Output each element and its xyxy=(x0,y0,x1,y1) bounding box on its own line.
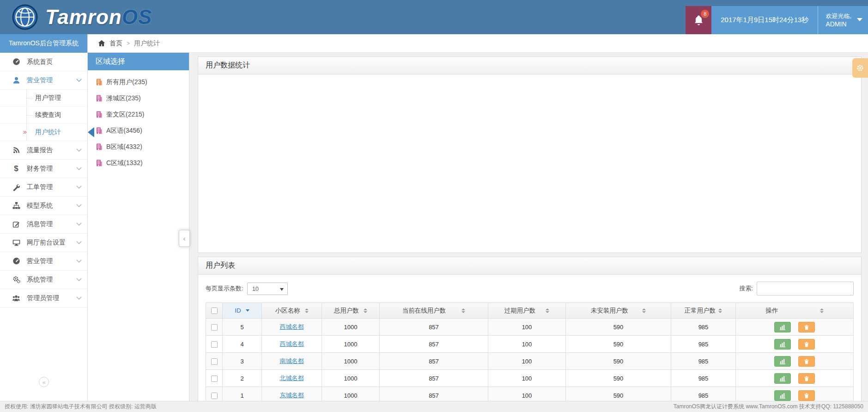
sidebar-item-portal-settings[interactable]: 网厅前台设置 xyxy=(0,234,87,252)
row-checkbox[interactable] xyxy=(211,375,218,382)
active-indicator-icon: » xyxy=(23,128,27,135)
sidebar-subitem-user-stats[interactable]: » 用户统计 xyxy=(0,124,87,141)
column-header-expired[interactable]: 过期用户数 xyxy=(488,303,566,319)
per-page-label: 每页显示条数: xyxy=(206,284,243,293)
cell-uninstalled: 590 xyxy=(566,319,671,336)
row-checkbox[interactable] xyxy=(211,358,218,365)
sidebar-item-finance[interactable]: $ 财务管理 xyxy=(0,160,87,178)
region-item-b[interactable]: B区域(4332) xyxy=(88,139,189,155)
row-checkbox[interactable] xyxy=(211,341,218,348)
region-item-weicheng[interactable]: 潍城区(235) xyxy=(88,90,189,106)
double-chevron-left-icon: « xyxy=(42,379,45,386)
region-item-c[interactable]: C区域(1332) xyxy=(88,155,189,171)
chevron-down-icon xyxy=(280,288,284,291)
chart-button[interactable] xyxy=(774,373,791,384)
search-input[interactable] xyxy=(757,282,854,295)
active-item-arrow xyxy=(88,127,94,137)
cell-normal: 985 xyxy=(671,370,736,387)
settings-button[interactable] xyxy=(852,58,868,78)
cell-expired: 100 xyxy=(488,336,566,353)
sidebar: TamronOS后台管理系统 系统首页 营业管理 用户管理 续费查询 » 用户统… xyxy=(0,34,88,401)
welcome-text: 欢迎光临, xyxy=(826,12,851,20)
dollar-icon: $ xyxy=(11,164,21,173)
column-header-uninstalled[interactable]: 未安装用户数 xyxy=(566,303,671,319)
sidebar-item-business-2[interactable]: 营业管理 xyxy=(0,252,87,271)
select-all-checkbox[interactable] xyxy=(211,307,218,314)
column-header-online[interactable]: 当前在线用户数 xyxy=(380,303,488,319)
sidebar-item-messages[interactable]: 消息管理 xyxy=(0,215,87,234)
row-checkbox[interactable] xyxy=(211,324,218,331)
notifications-button[interactable]: 8 xyxy=(686,6,711,34)
delete-button[interactable] xyxy=(798,373,815,384)
community-link[interactable]: 南城名都 xyxy=(280,357,304,364)
sort-icon xyxy=(461,308,465,313)
brand-text: TamronOS xyxy=(45,6,152,29)
region-item-a[interactable]: A区语(3456) xyxy=(88,123,189,139)
chevron-down-icon xyxy=(76,202,81,207)
cell-total: 1000 xyxy=(322,370,380,387)
stats-chart-area xyxy=(198,74,861,252)
cell-uninstalled: 590 xyxy=(566,370,671,387)
region-item-kuiwen[interactable]: 奎文区(2215) xyxy=(88,106,189,123)
region-item-all-users[interactable]: 所有用户(235) xyxy=(88,74,189,90)
brand-logo: TamronOS xyxy=(0,0,152,34)
datetime-display: 2017年1月9日15时24分13秒 xyxy=(711,6,818,34)
sidebar-item-model-system[interactable]: 模型系统 xyxy=(0,197,87,215)
sidebar-subitem-user-management[interactable]: 用户管理 xyxy=(0,90,87,107)
topbar-right: 8 2017年1月9日15时24分13秒 欢迎光临, ADMIN xyxy=(686,0,868,34)
row-checkbox[interactable] xyxy=(211,393,218,399)
building-icon xyxy=(96,95,102,102)
cell-id: 2 xyxy=(223,370,262,387)
sidebar-item-traffic-report[interactable]: 流量报告 xyxy=(0,141,87,160)
chart-button[interactable] xyxy=(774,390,791,401)
sidebar-collapse-button[interactable]: « xyxy=(39,377,49,387)
sidebar-item-home[interactable]: 系统首页 xyxy=(0,53,87,71)
sidebar-item-system-management[interactable]: 系统管理 xyxy=(0,271,87,289)
chevron-down-icon xyxy=(76,294,81,299)
column-header-id[interactable]: ID xyxy=(223,303,262,319)
top-bar: TamronOS 8 2017年1月9日15时24分13秒 欢迎光临, ADMI… xyxy=(0,0,868,34)
column-header-normal[interactable]: 正常用户数 xyxy=(671,303,736,319)
community-link[interactable]: 西城名都 xyxy=(280,340,304,347)
community-link[interactable]: 北城名都 xyxy=(280,375,304,381)
user-menu[interactable]: 欢迎光临, ADMIN xyxy=(818,6,868,34)
column-header-actions[interactable]: 操作 xyxy=(736,303,854,319)
footer-license-text: 授权使用: 潍坊家园驿站电子技术有限公司 授权级别: 运营商版 xyxy=(5,403,157,411)
cell-expired: 100 xyxy=(488,353,566,370)
community-link[interactable]: 东城名都 xyxy=(280,392,304,399)
sidebar-item-admin-management[interactable]: 管理员管理 xyxy=(0,289,87,307)
delete-button[interactable] xyxy=(798,322,815,332)
chart-button[interactable] xyxy=(774,356,791,367)
home-icon[interactable] xyxy=(98,40,105,47)
globe-logo-icon xyxy=(12,4,38,30)
breadcrumb-current: 用户统计 xyxy=(134,39,160,48)
stats-panel-title: 用户数据统计 xyxy=(198,57,861,74)
select-all-header[interactable] xyxy=(206,303,223,319)
notification-count-badge: 8 xyxy=(701,10,709,18)
sitemap-icon xyxy=(11,202,21,209)
community-link[interactable]: 西城名都 xyxy=(280,323,304,330)
delete-button[interactable] xyxy=(798,356,815,367)
region-list: 所有用户(235) 潍城区(235) 奎文区(2215) A区语(3456) B… xyxy=(88,70,189,171)
footer: 授权使用: 潍坊家园驿站电子技术有限公司 授权级别: 运营商版 TamronOS… xyxy=(0,401,868,412)
cell-online: 857 xyxy=(380,353,488,370)
breadcrumb-home[interactable]: 首页 xyxy=(109,39,122,48)
chevron-down-icon xyxy=(76,276,81,281)
per-page-select[interactable]: 10 xyxy=(247,283,288,295)
building-icon xyxy=(96,143,102,150)
sidebar-item-work-orders[interactable]: 工单管理 xyxy=(0,178,87,197)
delete-button[interactable] xyxy=(798,339,815,350)
chart-button[interactable] xyxy=(774,339,791,350)
sidebar-subitem-renewal-query[interactable]: 续费查询 xyxy=(0,107,87,124)
region-collapse-button[interactable]: ‹ xyxy=(179,230,190,247)
chevron-down-icon xyxy=(76,146,81,151)
building-icon xyxy=(96,111,102,118)
cell-online: 857 xyxy=(380,319,488,336)
column-header-total[interactable]: 总用户数 xyxy=(322,303,380,319)
sidebar-item-business[interactable]: 营业管理 xyxy=(0,71,87,90)
delete-button[interactable] xyxy=(798,390,815,401)
chart-button[interactable] xyxy=(774,322,791,332)
column-header-name[interactable]: 小区名称 xyxy=(262,303,322,319)
chevron-down-icon xyxy=(76,165,81,170)
sort-icon xyxy=(642,308,646,313)
